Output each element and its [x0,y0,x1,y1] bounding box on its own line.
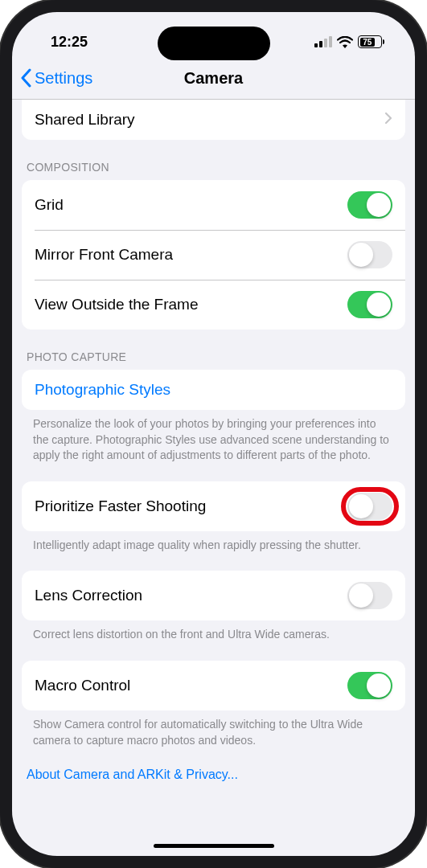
view-outside-label: View Outside the Frame [35,296,198,313]
mirror-front-row[interactable]: Mirror Front Camera [22,230,405,280]
view-outside-toggle[interactable] [347,291,392,318]
back-button[interactable]: Settings [20,68,92,88]
battery-icon: 75 [358,35,384,48]
lens-correction-label: Lens Correction [35,587,142,604]
page-title: Camera [184,69,243,88]
phone-screen: 12:25 75 Settings [12,12,415,856]
shared-library-row[interactable]: Shared Library [22,100,405,140]
view-outside-row[interactable]: View Outside the Frame [22,280,405,330]
about-privacy-link[interactable]: About Camera and ARKit & Privacy... [12,748,415,806]
lens-correction-row[interactable]: Lens Correction [22,571,405,620]
mirror-front-toggle[interactable] [347,241,392,268]
svg-rect-1 [319,41,322,47]
composition-header: COMPOSITION [12,140,415,180]
svg-rect-0 [314,43,318,47]
grid-label: Grid [35,196,64,214]
battery-percent: 75 [360,38,376,47]
macro-control-toggle[interactable] [347,672,392,699]
nav-bar: Settings Camera [12,57,415,100]
photographic-styles-label: Photographic Styles [35,381,170,399]
chevron-right-icon [384,111,392,129]
prioritize-faster-row[interactable]: Prioritize Faster Shooting [22,481,405,531]
lens-correction-footer: Correct lens distortion on the front and… [12,620,415,643]
back-label: Settings [35,69,92,88]
cellular-signal-icon [314,36,332,47]
status-time: 12:25 [51,34,88,51]
macro-control-label: Macro Control [35,677,130,694]
prioritize-faster-label: Prioritize Faster Shooting [35,497,206,515]
svg-rect-3 [329,36,332,47]
macro-control-row[interactable]: Macro Control [22,661,405,710]
prioritize-faster-toggle[interactable] [347,493,392,520]
shared-library-label: Shared Library [35,111,135,129]
grid-toggle[interactable] [347,191,392,219]
photographic-styles-footer: Personalize the look of your photos by b… [12,410,415,464]
dynamic-island [158,27,270,60]
grid-row[interactable]: Grid [22,180,405,230]
svg-rect-2 [324,39,327,47]
content-scroll[interactable]: Shared Library COMPOSITION Grid Mirror F… [12,100,415,851]
mirror-front-label: Mirror Front Camera [35,246,173,264]
macro-control-footer: Show Camera control for automatically sw… [12,710,415,748]
phone-frame: 12:25 75 Settings [0,0,427,868]
prioritize-faster-footer: Intelligently adapt image quality when r… [12,531,415,554]
wifi-icon [337,36,353,48]
photographic-styles-row[interactable]: Photographic Styles [22,370,405,410]
home-indicator[interactable] [154,844,274,848]
photo-capture-header: PHOTO CAPTURE [12,330,415,370]
lens-correction-toggle[interactable] [347,582,392,609]
